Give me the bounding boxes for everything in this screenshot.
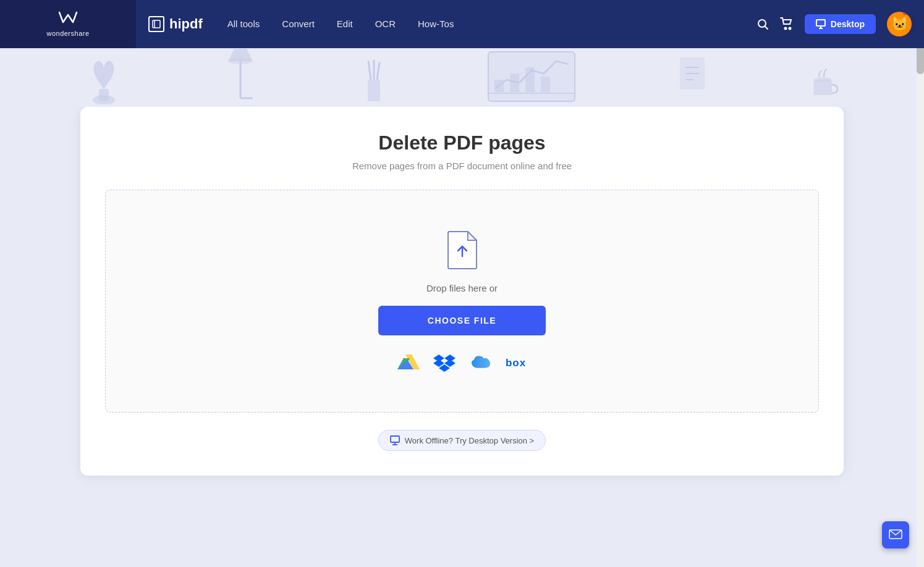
svg-rect-0 <box>153 20 160 28</box>
svg-rect-10 <box>99 89 109 101</box>
svg-point-13 <box>228 58 253 64</box>
deco-mug <box>808 61 839 107</box>
svg-point-29 <box>814 77 831 82</box>
search-button[interactable] <box>757 18 769 30</box>
deco-pencils <box>358 55 389 107</box>
drop-text: Drop files here or <box>426 283 498 293</box>
desktop-link-icon <box>390 435 400 445</box>
svg-rect-21 <box>510 74 519 92</box>
brand-logo[interactable]: wondershare <box>0 0 136 48</box>
nav-right: Desktop 🐱 Pro <box>757 12 924 36</box>
user-avatar[interactable]: 🐱 Pro <box>887 12 912 36</box>
nav-item-all-tools[interactable]: All tools <box>227 19 260 30</box>
box-icon[interactable]: box <box>504 351 528 375</box>
pro-badge: Pro <box>903 12 912 15</box>
svg-rect-22 <box>525 67 535 92</box>
upload-icon <box>443 227 482 273</box>
box-text: box <box>506 357 526 369</box>
deco-chart <box>485 49 578 107</box>
nav-links: All tools Convert Edit OCR How-Tos <box>227 19 454 30</box>
dropbox-icon[interactable] <box>433 351 456 375</box>
svg-line-17 <box>377 62 379 80</box>
float-message-button[interactable] <box>882 521 909 548</box>
nav-item-convert[interactable]: Convert <box>282 19 315 30</box>
desktop-button[interactable]: Desktop <box>805 14 876 34</box>
scrollbar-track[interactable] <box>917 0 924 567</box>
cloud-services: box <box>397 351 528 375</box>
main-wrapper: Delete PDF pages Remove pages from a PDF… <box>0 107 924 500</box>
navbar: wondershare hipdf All tools Convert Edit… <box>0 0 924 48</box>
hero-decoration <box>0 48 924 107</box>
nav-item-how-tos[interactable]: How-Tos <box>418 19 454 30</box>
hipdf-icon <box>148 16 164 32</box>
svg-rect-23 <box>541 77 550 92</box>
svg-rect-6 <box>816 20 825 26</box>
google-drive-icon[interactable] <box>397 351 420 375</box>
svg-line-3 <box>765 27 768 30</box>
nav-item-ocr[interactable]: OCR <box>375 19 396 30</box>
choose-file-button[interactable]: CHOOSE FILE <box>378 306 546 335</box>
svg-rect-20 <box>494 80 504 92</box>
cart-button[interactable] <box>780 17 794 31</box>
svg-rect-14 <box>368 80 380 101</box>
onedrive-icon[interactable] <box>468 351 492 375</box>
deco-lamp <box>219 49 262 107</box>
deco-plant <box>85 52 122 107</box>
svg-rect-40 <box>391 436 399 442</box>
hipdf-label: hipdf <box>169 16 203 32</box>
svg-point-5 <box>789 28 790 30</box>
page-title: Delete PDF pages <box>105 132 819 154</box>
drop-zone[interactable]: Drop files here or CHOOSE FILE <box>105 190 819 413</box>
desktop-link-wrapper: Work Offline? Try Desktop Version > <box>105 430 819 451</box>
desktop-link-text: Work Offline? Try Desktop Version > <box>405 436 534 445</box>
desktop-version-link[interactable]: Work Offline? Try Desktop Version > <box>378 430 546 451</box>
deco-document <box>674 55 711 107</box>
desktop-btn-label: Desktop <box>831 19 865 29</box>
svg-line-15 <box>368 61 371 80</box>
page-subtitle: Remove pages from a PDF document online … <box>105 161 819 171</box>
nav-item-edit[interactable]: Edit <box>337 19 353 30</box>
hipdf-logo[interactable]: hipdf <box>148 16 203 32</box>
main-card: Delete PDF pages Remove pages from a PDF… <box>80 107 844 476</box>
brand-name: wondershare <box>46 30 89 37</box>
wondershare-icon <box>58 11 78 28</box>
svg-point-4 <box>784 28 786 30</box>
